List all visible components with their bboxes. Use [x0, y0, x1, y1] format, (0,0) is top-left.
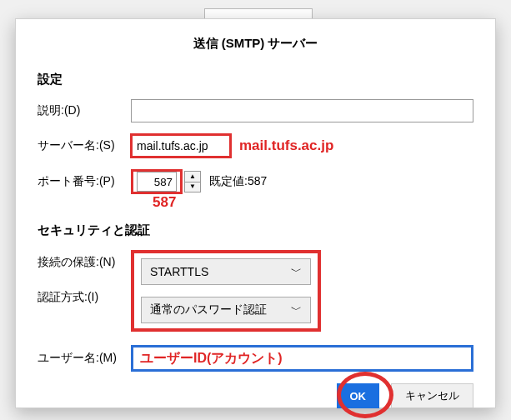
username-input[interactable]: ユーザーID(アカウント) [131, 345, 473, 372]
cancel-button[interactable]: キャンセル [391, 383, 473, 408]
auth-method-select[interactable]: 通常のパスワード認証 ﹀ [141, 297, 311, 323]
chevron-up-icon[interactable]: ▲ [185, 172, 200, 182]
label-port: ポート番号:(P) [38, 174, 131, 189]
chevron-down-icon: ﹀ [291, 302, 302, 318]
connection-security-value: STARTTLS [150, 265, 208, 278]
auth-method-value: 通常のパスワード認証 [150, 302, 267, 318]
label-connection-security: 接続の保護:(N) [38, 255, 131, 270]
port-input[interactable] [137, 172, 177, 192]
server-name-input[interactable] [131, 134, 231, 158]
label-auth-method: 認証方式:(I) [38, 290, 131, 305]
annotation-port: 587 [153, 194, 176, 211]
label-description: 説明:(D) [38, 103, 131, 118]
label-server: サーバー名:(S) [38, 138, 131, 153]
default-port-text: 既定値:587 [209, 174, 267, 189]
port-spinner[interactable]: ▲ ▼ [184, 171, 201, 192]
label-username: ユーザー名:(M) [38, 351, 131, 366]
description-input[interactable] [131, 99, 473, 122]
smtp-server-dialog: 送信 (SMTP) サーバー 設定 説明:(D) サーバー名:(S) mail.… [15, 18, 496, 408]
annotation-server: mail.tufs.ac.jp [239, 138, 333, 154]
section-settings-header: 設定 [38, 72, 473, 88]
ok-button[interactable]: OK [337, 383, 380, 408]
connection-security-select[interactable]: STARTTLS ﹀ [141, 258, 311, 285]
username-placeholder-annotation: ユーザーID(アカウント) [140, 350, 283, 368]
chevron-down-icon[interactable]: ▼ [185, 182, 200, 192]
section-security-header: セキュリティと認証 [38, 222, 473, 238]
chevron-down-icon: ﹀ [291, 264, 302, 279]
security-group-highlight: STARTTLS ﹀ 通常のパスワード認証 ﹀ [131, 250, 321, 332]
dialog-title: 送信 (SMTP) サーバー [38, 36, 473, 52]
